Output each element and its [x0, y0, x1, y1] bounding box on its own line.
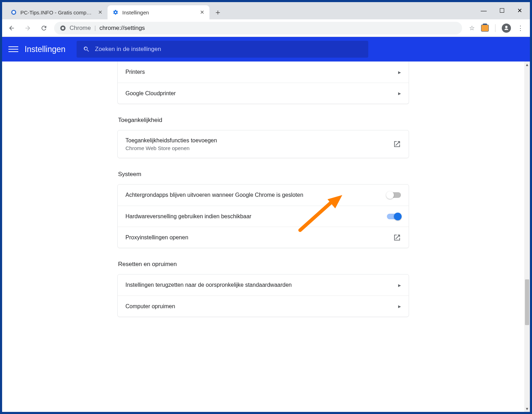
url-separator: |: [94, 25, 96, 32]
window-controls: — ☐ ✕: [481, 2, 530, 19]
browser-window: PC-Tips.INFO - Gratis computer t ✕ Inste…: [2, 2, 530, 412]
toggle-background-apps[interactable]: [387, 192, 401, 198]
toggle-hardware-accel[interactable]: [387, 214, 401, 219]
tab-title: Instellingen: [122, 9, 196, 15]
row-label: Printers: [125, 69, 398, 75]
content-area: Printers ▸ Google Cloudprinter ▸ Toegank…: [2, 62, 530, 412]
external-link-icon: [393, 140, 401, 148]
row-restore-defaults[interactable]: Instellingen terugzetten naar de oorspro…: [118, 274, 409, 296]
card-printing: Printers ▸ Google Cloudprinter ▸: [117, 62, 409, 104]
settings-page: Printers ▸ Google Cloudprinter ▸ Toegank…: [117, 62, 409, 317]
scrollbar-vertical[interactable]: ▲ ▼: [524, 62, 530, 412]
favicon-pctips: [11, 9, 17, 15]
scroll-area: Printers ▸ Google Cloudprinter ▸ Toegank…: [2, 62, 524, 412]
tab-close-icon[interactable]: ✕: [200, 9, 205, 15]
forward-button[interactable]: [22, 22, 34, 34]
svg-point-1: [12, 11, 15, 14]
settings-header: Instellingen: [2, 37, 530, 62]
row-proxy-settings[interactable]: Proxyinstellingen openen: [118, 227, 409, 248]
settings-search-input[interactable]: [95, 46, 362, 53]
row-label: Instellingen terugzetten naar de oorspro…: [125, 282, 398, 288]
svg-point-3: [62, 27, 64, 29]
chevron-right-icon: ▸: [398, 69, 401, 76]
row-hardware-accel[interactable]: Hardwareversnelling gebruiken indien bes…: [118, 206, 409, 227]
titlebar: PC-Tips.INFO - Gratis computer t ✕ Inste…: [2, 2, 530, 19]
row-label: Toegankelijkheidsfuncties toevoegen: [125, 137, 393, 144]
url-scheme-label: Chrome: [70, 25, 91, 32]
omnibox[interactable]: Chrome | chrome://settings: [54, 22, 462, 34]
row-sublabel: Chrome Web Store openen: [125, 145, 393, 151]
row-accessibility-add[interactable]: Toegankelijkheidsfuncties toevoegen Chro…: [118, 130, 409, 158]
kebab-menu-icon[interactable]: ⋮: [517, 24, 524, 32]
search-icon: [83, 46, 90, 53]
card-accessibility: Toegankelijkheidsfuncties toevoegen Chro…: [117, 130, 409, 158]
row-label: Hardwareversnelling gebruiken indien bes…: [125, 213, 387, 220]
new-tab-button[interactable]: ＋: [212, 6, 224, 19]
chevron-right-icon: ▸: [398, 282, 401, 289]
reload-button[interactable]: [38, 22, 50, 34]
hamburger-menu-icon[interactable]: [8, 45, 18, 54]
external-link-icon: [393, 234, 401, 241]
toolbar-divider: [495, 24, 495, 32]
row-label: Google Cloudprinter: [125, 90, 398, 97]
chevron-right-icon: ▸: [398, 90, 401, 97]
tab-pc-tips[interactable]: PC-Tips.INFO - Gratis computer t ✕: [6, 5, 108, 19]
row-label: Proxyinstellingen openen: [125, 234, 393, 241]
profile-avatar[interactable]: [502, 24, 511, 33]
back-button[interactable]: [6, 22, 18, 34]
app-title: Instellingen: [25, 45, 65, 54]
tabstrip: PC-Tips.INFO - Gratis computer t ✕ Inste…: [2, 2, 224, 19]
scroll-up-icon[interactable]: ▲: [524, 62, 530, 68]
extension-icon[interactable]: [481, 25, 489, 32]
scroll-down-icon[interactable]: ▼: [524, 406, 530, 412]
card-system: Achtergrondapps blijven uitvoeren wannee…: [117, 184, 409, 248]
bookmark-star-icon[interactable]: ☆: [469, 24, 475, 32]
section-title-accessibility: Toegankelijkheid: [118, 117, 409, 124]
chevron-right-icon: ▸: [398, 303, 401, 310]
desktop-frame: PC-Tips.INFO - Gratis computer t ✕ Inste…: [0, 0, 532, 414]
card-reset: Instellingen terugzetten naar de oorspro…: [117, 274, 409, 317]
tab-title: PC-Tips.INFO - Gratis computer t: [20, 9, 95, 15]
maximize-icon[interactable]: ☐: [499, 7, 505, 14]
row-google-cloudprinter[interactable]: Google Cloudprinter ▸: [118, 83, 409, 104]
urlbar: Chrome | chrome://settings ☆ ⋮: [2, 19, 530, 37]
settings-search[interactable]: [77, 41, 368, 58]
scrollbar-thumb[interactable]: [525, 279, 529, 325]
row-printers[interactable]: Printers ▸: [118, 62, 409, 83]
section-title-reset: Resetten en opruimen: [118, 261, 409, 268]
close-icon[interactable]: ✕: [517, 7, 522, 14]
row-background-apps[interactable]: Achtergrondapps blijven uitvoeren wannee…: [118, 185, 409, 206]
url-text: chrome://settings: [99, 25, 145, 32]
tab-settings[interactable]: Instellingen ✕: [108, 5, 209, 19]
row-label: Computer opruimen: [125, 303, 398, 310]
favicon-settings: [112, 9, 119, 15]
toolbar-right: ☆ ⋮: [466, 24, 526, 33]
minimize-icon[interactable]: —: [481, 7, 487, 14]
row-cleanup-computer[interactable]: Computer opruimen ▸: [118, 296, 409, 317]
section-title-system: Systeem: [118, 171, 409, 178]
tab-close-icon[interactable]: ✕: [98, 9, 103, 15]
row-label: Achtergrondapps blijven uitvoeren wannee…: [125, 192, 387, 198]
chrome-page-icon: [60, 25, 66, 31]
